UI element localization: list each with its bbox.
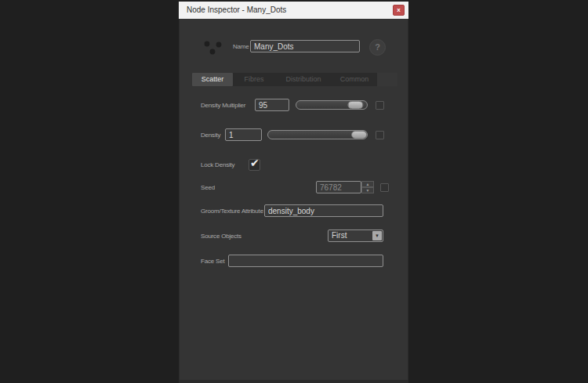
inspector-content: Name ? Scatter Fibres Distribution Commo… (179, 19, 408, 380)
groom-texture-attribute-row: Groom/Texture Attribute (180, 204, 408, 219)
density-multiplier-input[interactable] (255, 99, 289, 111)
source-objects-selected-value: First (332, 230, 347, 241)
name-input[interactable] (250, 40, 360, 52)
name-label: Name (233, 40, 249, 53)
tab-empty (377, 73, 397, 86)
lock-density-label: Lock Density (201, 158, 234, 172)
density-multiplier-slider-handle[interactable] (347, 101, 363, 109)
density-multiplier-label: Density Multiplier (201, 99, 245, 112)
seed-spinner: ▲ ▼ (361, 181, 374, 193)
close-icon: x (397, 6, 400, 13)
density-slider-handle[interactable] (351, 131, 367, 139)
density-multiplier-slider[interactable] (296, 100, 368, 110)
dropdown-arrow-icon: ▼ (372, 231, 382, 240)
source-objects-label: Source Objects (201, 229, 241, 243)
tab-bar: Scatter Fibres Distribution Common (192, 73, 397, 86)
source-objects-row: Source Objects First ▼ (180, 229, 408, 244)
seed-input[interactable] (316, 181, 361, 193)
face-set-input[interactable] (228, 255, 383, 267)
window-titlebar[interactable]: Node Inspector - Many_Dots x (179, 2, 408, 19)
help-button[interactable]: ? (369, 39, 386, 56)
lock-density-row: Lock Density ✔ (180, 158, 408, 172)
help-icon: ? (375, 42, 380, 52)
seed-row: Seed ▲ ▼ (180, 181, 408, 195)
face-set-label: Face Set (201, 255, 224, 268)
groom-texture-attribute-label: Groom/Texture Attribute (201, 204, 263, 218)
spinner-up-icon: ▲ (366, 182, 370, 186)
tab-fibres[interactable]: Fibres (234, 73, 274, 86)
checkmark-icon: ✔ (250, 157, 260, 169)
tab-distribution[interactable]: Distribution (275, 73, 332, 86)
window-bottom-edge (179, 380, 408, 383)
density-override-checkbox[interactable] (376, 131, 384, 139)
node-inspector-window: Node Inspector - Many_Dots x Name ? Scat… (179, 2, 408, 383)
tab-common[interactable]: Common (333, 73, 376, 86)
spinner-down-icon: ▼ (366, 188, 370, 193)
window-title: Node Inspector - Many_Dots (187, 2, 286, 19)
density-slider[interactable] (267, 130, 368, 139)
density-row: Density (180, 128, 408, 143)
lock-density-checkbox[interactable]: ✔ (249, 159, 260, 171)
spinner-down-button[interactable]: ▼ (361, 187, 374, 193)
spinner-up-button[interactable]: ▲ (361, 181, 374, 187)
density-multiplier-override-checkbox[interactable] (376, 101, 384, 110)
close-button[interactable]: x (393, 5, 405, 16)
density-multiplier-row: Density Multiplier (180, 99, 408, 113)
groom-texture-attribute-input[interactable] (264, 204, 383, 217)
density-label: Density (201, 128, 220, 142)
source-objects-dropdown[interactable]: First ▼ (328, 229, 383, 242)
tab-scatter[interactable]: Scatter (192, 73, 233, 86)
density-input[interactable] (225, 128, 262, 141)
seed-label: Seed (201, 181, 215, 194)
face-set-row: Face Set (180, 255, 408, 269)
seed-override-checkbox[interactable] (380, 183, 389, 192)
